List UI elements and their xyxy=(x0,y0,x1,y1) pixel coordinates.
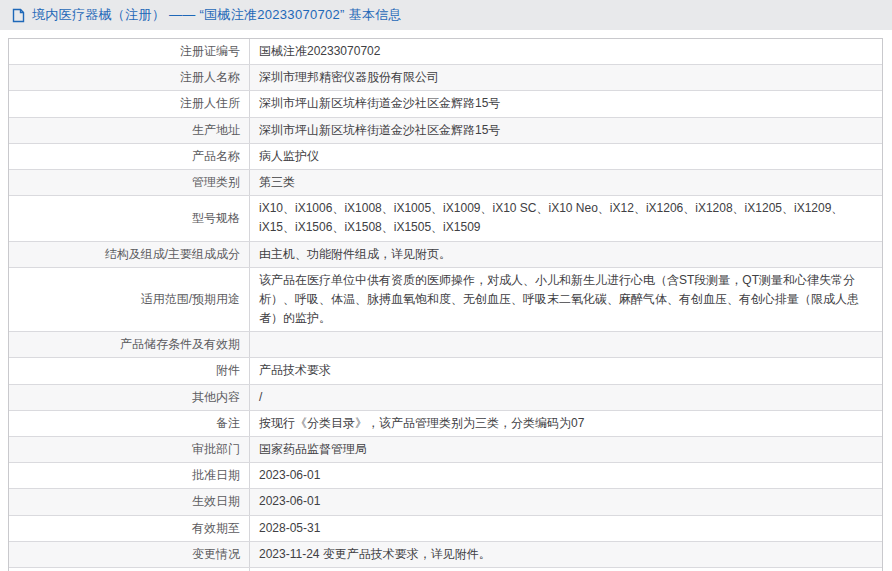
row-label: 附件 xyxy=(9,358,249,383)
row-label: 注册人名称 xyxy=(9,65,249,90)
table-row-intended-use: 适用范围/预期用途 该产品在医疗单位中供有资质的医师操作，对成人、小儿和新生儿进… xyxy=(9,267,882,332)
row-value: 病人监护仪 xyxy=(259,147,319,166)
table-row-effective-date: 生效日期 2023-06-01 xyxy=(9,488,882,514)
row-label: 批准日期 xyxy=(9,463,249,488)
table-row-registrant-address: 注册人住所 深圳市坪山新区坑梓街道金沙社区金辉路15号 xyxy=(9,90,882,116)
table-row-structure-composition: 结构及组成/主要组成成分 由主机、功能附件组成，详见附页。 xyxy=(9,241,882,267)
row-value: 产品技术要求 xyxy=(259,361,331,380)
row-label: 结构及组成/主要组成成分 xyxy=(9,242,249,267)
table-row-change-history: 变更情况 2023-11-24 变更产品技术要求，详见附件。 xyxy=(9,541,882,567)
table-row-note: 注 详情 xyxy=(9,567,882,571)
table-row-product-name: 产品名称 病人监护仪 xyxy=(9,143,882,169)
table-row-other-content: 其他内容 / xyxy=(9,384,882,410)
row-value: 由主机、功能附件组成，详见附页。 xyxy=(259,245,451,264)
row-value: 2028-05-31 xyxy=(259,519,320,538)
row-value: 按现行《分类目录》，该产品管理类别为三类，分类编码为07 xyxy=(259,414,584,433)
table-row-model-specs: 型号规格 iX10、iX1006、iX1008、iX1005、iX1009、iX… xyxy=(9,195,882,240)
row-label: 备注 xyxy=(9,411,249,436)
row-label: 注册人住所 xyxy=(9,91,249,116)
row-value: 2023-06-01 xyxy=(259,466,320,485)
table-row-approval-date: 批准日期 2023-06-01 xyxy=(9,462,882,488)
row-label: 生产地址 xyxy=(9,118,249,143)
row-label: 注册证编号 xyxy=(9,39,249,64)
row-value: / xyxy=(259,388,262,407)
table-row-registrant-name: 注册人名称 深圳市理邦精密仪器股份有限公司 xyxy=(9,64,882,90)
row-value: 国家药品监督管理局 xyxy=(259,440,367,459)
registration-info-table: 注册证编号 国械注准20233070702 注册人名称 深圳市理邦精密仪器股份有… xyxy=(8,38,883,571)
row-label: 有效期至 xyxy=(9,516,249,541)
row-label: 管理类别 xyxy=(9,170,249,195)
row-label: 其他内容 xyxy=(9,385,249,410)
page-title: 境内医疗器械（注册） —— “国械注准20233070702” 基本信息 xyxy=(32,6,402,24)
row-value: 第三类 xyxy=(259,173,295,192)
page-header: 境内医疗器械（注册） —— “国械注准20233070702” 基本信息 xyxy=(0,0,892,30)
table-row-cert-number: 注册证编号 国械注准20233070702 xyxy=(9,39,882,64)
row-value: 国械注准20233070702 xyxy=(259,42,380,61)
row-label: 生效日期 xyxy=(9,489,249,514)
row-value: iX10、iX1006、iX1008、iX1005、iX1009、iX10 SC… xyxy=(259,199,873,237)
document-icon xyxy=(12,8,25,23)
row-value: 2023-06-01 xyxy=(259,492,320,511)
row-label: 变更情况 xyxy=(9,542,249,567)
row-value: 深圳市坪山新区坑梓街道金沙社区金辉路15号 xyxy=(259,94,500,113)
table-row-approval-department: 审批部门 国家药品监督管理局 xyxy=(9,436,882,462)
row-label: 适用范围/预期用途 xyxy=(9,268,249,332)
row-label: 产品储存条件及有效期 xyxy=(9,332,249,357)
table-row-storage-conditions: 产品储存条件及有效期 xyxy=(9,331,882,357)
table-row-remarks: 备注 按现行《分类目录》，该产品管理类别为三类，分类编码为07 xyxy=(9,410,882,436)
table-row-attachments: 附件 产品技术要求 xyxy=(9,357,882,383)
row-value: 深圳市理邦精密仪器股份有限公司 xyxy=(259,68,439,87)
row-value: 该产品在医疗单位中供有资质的医师操作，对成人、小儿和新生儿进行心电（含ST段测量… xyxy=(259,271,873,329)
row-label: 审批部门 xyxy=(9,437,249,462)
table-row-management-class: 管理类别 第三类 xyxy=(9,169,882,195)
table-row-expiry-date: 有效期至 2028-05-31 xyxy=(9,515,882,541)
row-label: 产品名称 xyxy=(9,144,249,169)
row-label: 型号规格 xyxy=(9,196,249,240)
table-row-production-address: 生产地址 深圳市坪山新区坑梓街道金沙社区金辉路15号 xyxy=(9,117,882,143)
row-value: 2023-11-24 变更产品技术要求，详见附件。 xyxy=(259,545,491,564)
row-value: 深圳市坪山新区坑梓街道金沙社区金辉路15号 xyxy=(259,121,500,140)
